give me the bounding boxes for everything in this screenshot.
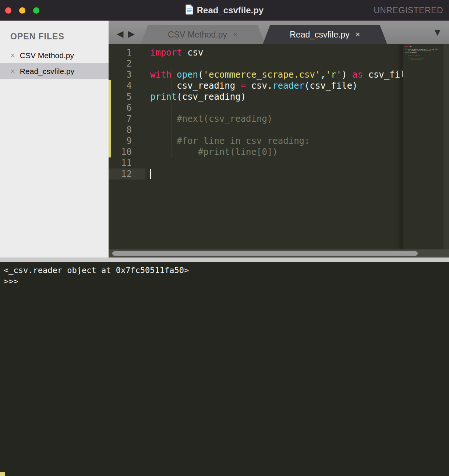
- close-tab-icon[interactable]: ×: [233, 31, 238, 39]
- tab-overflow-icon[interactable]: ▼: [432, 27, 442, 38]
- code-line-5[interactable]: 5print(csv_reading): [109, 91, 449, 102]
- code-text: #for line in csv_reading:: [145, 135, 310, 146]
- sidebar: OPEN FILES ×CSV Method.py×Read_csvfile.p…: [0, 21, 109, 257]
- tab-label: CSV Method.py: [168, 30, 227, 40]
- vertical-scrollbar-track[interactable]: [443, 44, 449, 249]
- sidebar-item-csv-method-py[interactable]: ×CSV Method.py: [0, 47, 109, 63]
- line-number: 4: [109, 80, 145, 91]
- file-label: Read_csvfile.py: [20, 67, 74, 76]
- console-panel[interactable]: <_csv.reader object at 0x7fc50511fa50> >…: [0, 262, 449, 476]
- code-line-12[interactable]: 12: [109, 168, 449, 180]
- tab-read_csvfile-py[interactable]: Read_csvfile.py×: [263, 25, 387, 44]
- minimize-window-button[interactable]: [19, 7, 25, 14]
- panel-divider: [0, 257, 449, 262]
- tab-bar: ◀ ▶ CSV Method.py×Read_csvfile.py× ▼: [109, 21, 449, 44]
- code-line-6[interactable]: 6: [109, 102, 449, 113]
- line-number: 7: [109, 113, 145, 124]
- editor-column: ◀ ▶ CSV Method.py×Read_csvfile.py× ▼ 1im…: [109, 21, 449, 257]
- code-text: [145, 102, 150, 113]
- registration-status: UNREGISTERED: [374, 6, 443, 15]
- code-line-3[interactable]: 3with open('ecommerce_scrape.csv','r') a…: [109, 69, 449, 80]
- console-input-caret: [0, 472, 5, 476]
- line-number: 10: [109, 146, 145, 157]
- main-area: OPEN FILES ×CSV Method.py×Read_csvfile.p…: [0, 21, 449, 257]
- code-text: [145, 168, 150, 180]
- window-title: Read_csvfile.py: [197, 5, 264, 15]
- zoom-window-button[interactable]: [33, 7, 39, 14]
- tab-label: Read_csvfile.py: [290, 30, 349, 40]
- line-number: 2: [109, 58, 145, 69]
- file-label: CSV Method.py: [20, 51, 74, 60]
- tab-csv-method-py[interactable]: CSV Method.py×: [141, 25, 265, 44]
- line-number: 5: [109, 91, 145, 102]
- code-text: csv_reading = csv.reader(csv_file): [145, 80, 358, 91]
- code-text: #print(line[0]): [145, 146, 278, 157]
- code-line-9[interactable]: 9 #for line in csv_reading:: [109, 135, 449, 146]
- document-icon: [185, 4, 194, 16]
- code-lines: 1import csv23with open('ecommerce_scrape…: [109, 47, 449, 180]
- sidebar-file-list: ×CSV Method.py×Read_csvfile.py: [0, 47, 109, 79]
- tab-list: CSV Method.py×Read_csvfile.py×: [141, 25, 387, 44]
- close-file-icon[interactable]: ×: [10, 67, 15, 75]
- code-line-2[interactable]: 2: [109, 58, 449, 69]
- line-number: 9: [109, 135, 145, 146]
- sidebar-item-read_csvfile-py[interactable]: ×Read_csvfile.py: [0, 63, 109, 79]
- code-text: with open('ecommerce_scrape.csv','r') as…: [145, 69, 411, 80]
- line-number: 11: [109, 157, 145, 168]
- nav-back-icon[interactable]: ◀: [117, 29, 123, 38]
- code-text: import csv: [145, 47, 204, 58]
- line-number: 12: [109, 168, 145, 180]
- line-number: 6: [109, 102, 145, 113]
- console-output: <_csv.reader object at 0x7fc50511fa50>: [4, 265, 445, 276]
- console-prompt: >>>: [4, 276, 445, 287]
- code-line-10[interactable]: 10 #print(line[0]): [109, 146, 449, 157]
- close-file-icon[interactable]: ×: [10, 51, 15, 60]
- nav-forward-icon[interactable]: ▶: [128, 29, 134, 38]
- app-window: Read_csvfile.py UNREGISTERED OPEN FILES …: [0, 0, 449, 476]
- open-files-header: OPEN FILES: [0, 29, 109, 47]
- code-text: [145, 58, 150, 69]
- code-line-4[interactable]: 4 csv_reading = csv.reader(csv_file): [109, 80, 449, 91]
- code-editor[interactable]: 1import csv23with open('ecommerce_scrape…: [109, 44, 449, 257]
- title-group: Read_csvfile.py: [185, 4, 264, 16]
- traffic-lights: [5, 0, 39, 21]
- code-line-1[interactable]: 1import csv: [109, 47, 449, 58]
- line-number: 1: [109, 47, 145, 58]
- code-line-7[interactable]: 7 #next(csv_reading): [109, 113, 449, 124]
- line-number: 8: [109, 124, 145, 135]
- text-cursor: [150, 169, 151, 179]
- modified-lines-marker: [109, 80, 111, 157]
- code-text: [145, 124, 150, 135]
- code-line-11[interactable]: 11: [109, 157, 449, 168]
- minimap[interactable]: import csvwith open('ecommerce_scrape.cs…: [403, 44, 443, 249]
- code-area: 1import csv23with open('ecommerce_scrape…: [109, 44, 449, 249]
- code-text: print(csv_reading): [145, 91, 246, 102]
- code-text: #next(csv_reading): [145, 113, 272, 124]
- close-window-button[interactable]: [5, 7, 11, 14]
- tab-nav-arrows: ◀ ▶: [109, 29, 141, 44]
- line-number: 3: [109, 69, 145, 80]
- horizontal-scrollbar-thumb[interactable]: [112, 251, 418, 256]
- code-text: [145, 157, 150, 168]
- titlebar: Read_csvfile.py UNREGISTERED: [0, 0, 449, 21]
- code-line-8[interactable]: 8: [109, 124, 449, 135]
- horizontal-scrollbar-track[interactable]: [109, 249, 449, 257]
- close-tab-icon[interactable]: ×: [356, 31, 360, 39]
